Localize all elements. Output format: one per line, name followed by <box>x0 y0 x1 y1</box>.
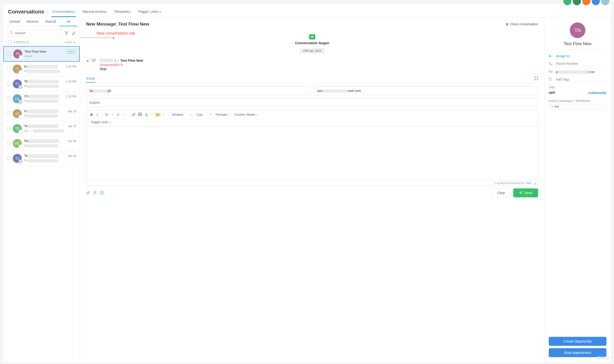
status-unsuccessful: Unsuccessful ↻ <box>100 63 143 67</box>
contact-panel: TN Test Flow New ⊕ Assign to Phone Numbe… <box>545 17 611 362</box>
from-field[interactable]: Sagh <box>86 86 310 95</box>
compose-tab-email[interactable]: Email <box>86 75 95 83</box>
dropdown-icon[interactable]: ▾ <box>121 113 127 117</box>
compose-icon[interactable] <box>71 31 76 36</box>
list-item-name: Te <box>24 79 58 83</box>
font-family-select[interactable]: Verdana▾ <box>170 112 193 117</box>
custom-values-select[interactable]: Custom Values▾ <box>232 112 259 117</box>
svg-rect-2 <box>311 36 313 38</box>
create-opportunity-button[interactable]: Create Opportunity <box>549 337 606 346</box>
nav-tab-conversations[interactable]: Conversations <box>51 7 76 17</box>
highlight-button[interactable]: A <box>155 113 160 117</box>
list-item-time: 1:24 PM <box>66 80 76 83</box>
expand-icon[interactable] <box>534 77 538 81</box>
watermark: miro <box>597 354 609 361</box>
sort-dropdown[interactable]: Latest ▾ <box>64 41 75 44</box>
document-icon[interactable] <box>93 191 96 195</box>
svg-rect-5 <box>92 59 95 61</box>
channel-badge-icon: @ <box>18 130 23 134</box>
formats-select[interactable]: Formats▾ <box>214 112 232 117</box>
search-box[interactable] <box>7 29 62 37</box>
contact-avatar: TN @ <box>13 49 22 58</box>
channel-badge-icon: 💬 <box>18 85 23 89</box>
retry-icon[interactable]: ↻ <box>120 63 123 67</box>
filter-tab-unread[interactable]: Unread <box>6 17 24 26</box>
mail-icon <box>549 70 553 74</box>
nav-tab-templates[interactable]: Templates <box>113 7 131 17</box>
search-input[interactable] <box>15 31 59 35</box>
editor-body[interactable] <box>86 127 538 181</box>
trigger-links-select[interactable]: Trigger Links▾ <box>89 119 113 125</box>
link-button[interactable]: 🔗 <box>130 112 137 117</box>
conversation-item[interactable]: TF @ Te Apr 15 1st ······ <box>3 121 80 136</box>
channel-badge-icon: @ <box>18 115 23 119</box>
contact-avatar: T @ <box>13 65 22 74</box>
to-field[interactable]: samevel.com <box>314 86 538 95</box>
filter-icon[interactable] <box>64 31 69 36</box>
dropdown-icon[interactable]: ▾ <box>160 113 166 117</box>
item-checkbox[interactable] <box>7 52 11 55</box>
nav-tab-manual-actions[interactable]: Manual Actions <box>82 7 108 17</box>
conversation-icon <box>309 34 315 39</box>
bold-button[interactable]: B <box>89 112 94 117</box>
conversation-item[interactable]: PD @ Pa Apr 04 ch <box>3 136 80 151</box>
item-checkbox[interactable] <box>7 127 10 130</box>
dropdown-icon[interactable]: ▾ <box>109 113 115 117</box>
contact-name: Test Flow New <box>549 41 606 50</box>
contact-avatar: T1 💬 <box>13 79 22 88</box>
conversation-item[interactable]: TN @ Test Flow New New check <box>3 46 80 62</box>
conversation-item[interactable]: T1 💬 Te 1:24 PM tes <box>3 77 80 91</box>
tags-field[interactable]: Add Tags <box>556 78 606 82</box>
tiny-link[interactable]: TINY <box>526 182 532 185</box>
assign-to-button[interactable]: ⊕ Assign to <box>549 54 606 58</box>
item-checkbox[interactable] <box>7 141 10 145</box>
item-checkbox[interactable] <box>7 97 10 101</box>
email-field[interactable]: pl.cor <box>556 70 606 74</box>
add-campaign-button[interactable]: + Add <box>549 104 606 109</box>
nav-tab-trigger-links[interactable]: Trigger Links▾ <box>137 7 162 17</box>
clear-button[interactable]: Clear <box>491 188 511 197</box>
select-all-checkbox[interactable] <box>8 40 12 44</box>
configure-button[interactable]: CONFIGURE <box>588 91 606 95</box>
dropdown-icon[interactable]: ▾ <box>149 113 155 117</box>
item-checkbox[interactable] <box>7 82 10 86</box>
text-color-button[interactable]: A <box>144 112 149 117</box>
recipient-name: Test Flow New <box>120 59 143 62</box>
warning-icon: ▲ <box>86 59 89 62</box>
bullet-list-button[interactable]: ☰ <box>104 112 109 117</box>
list-item-preview: 1st ······ <box>24 129 76 133</box>
item-checkbox[interactable] <box>7 156 10 160</box>
filter-tab-starred[interactable]: Starred <box>42 17 60 26</box>
conversation-item[interactable]: T2 💬 Te Apr 04 Te <box>3 151 80 166</box>
font-size-select[interactable]: 11pt▾ <box>194 112 212 117</box>
filter-tabs: Unread Recents Starred All <box>3 17 80 26</box>
italic-button[interactable]: I <box>94 112 100 117</box>
phone-field[interactable]: Phone Number <box>556 62 606 66</box>
chevron-down-icon: ▾ <box>74 41 75 44</box>
list-item-preview: Te <box>24 159 76 162</box>
conversation-item[interactable]: T @ te 1:29 PM It ic.. <box>3 62 80 77</box>
subject-field[interactable] <box>86 98 538 107</box>
payment-icon[interactable]: $ <box>100 191 104 195</box>
conversation-item[interactable]: IC @ In Apr 19 Te <box>3 106 80 121</box>
close-conversation-button[interactable]: ⊗ Close conversation <box>506 22 538 26</box>
attach-icon[interactable] <box>86 191 90 195</box>
resize-handle-icon[interactable]: ◢ <box>534 182 535 185</box>
send-button[interactable]: Send <box>513 188 538 197</box>
message-subject: Test <box>100 67 143 71</box>
list-item-time: 1:29 PM <box>66 65 76 68</box>
item-checkbox[interactable] <box>7 112 10 115</box>
item-checkbox[interactable] <box>7 67 10 71</box>
contact-avatar: IC @ <box>13 109 22 118</box>
list-item-time: Apr 19 <box>68 110 76 113</box>
filter-tab-all[interactable]: All <box>59 17 77 26</box>
conversation-list-panel: Unread Recents Starred All <box>3 17 80 362</box>
list-item-preview: Te <box>24 114 76 118</box>
filter-tab-recents[interactable]: Recents <box>24 17 42 26</box>
conversation-item[interactable]: CC 💬 Ch 1:19 PM Te <box>3 91 80 106</box>
conversation-list: TN @ Test Flow New New check T @ te 1:29… <box>3 46 80 362</box>
results-count: 6 RESULTS <box>14 41 29 44</box>
list-item-preview: check <box>25 55 76 58</box>
image-button[interactable] <box>137 112 144 117</box>
number-list-button[interactable]: ≡ <box>115 112 121 117</box>
